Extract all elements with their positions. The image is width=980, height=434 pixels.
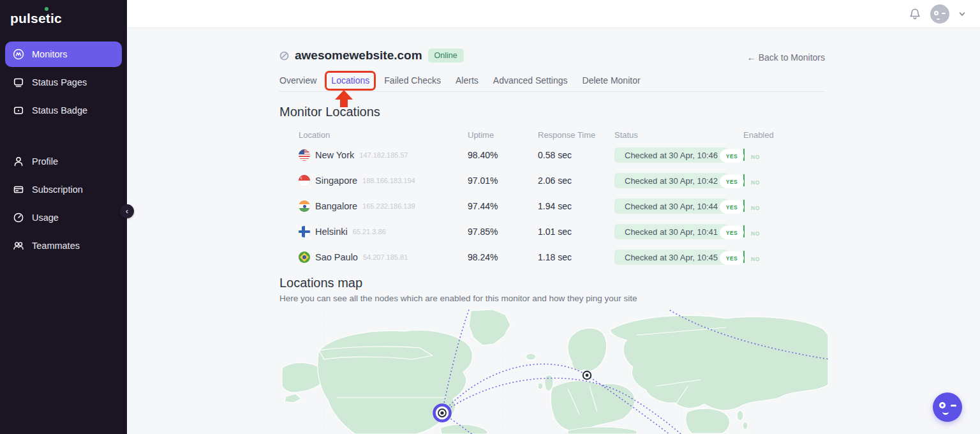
world-map <box>279 310 828 434</box>
us-flag-icon <box>299 149 310 161</box>
toggle-yes-label: YES <box>726 153 738 160</box>
sidebar: pulsetic Monitors Status Pages Status Ba… <box>0 0 127 434</box>
tab-locations[interactable]: Locations <box>331 74 369 87</box>
locations-map-title: Locations map <box>279 276 362 290</box>
checked-status-badge: Checked at 30 Apr, 10:44 <box>614 198 728 214</box>
toggle-no-label: NO <box>751 230 760 237</box>
enabled-toggle[interactable]: NO YES <box>743 200 745 212</box>
pulsetic-logo[interactable]: pulsetic <box>0 0 127 26</box>
tab-overview[interactable]: Overview <box>279 74 316 87</box>
status-pages-icon <box>13 77 24 88</box>
monitor-tabs: Overview Locations Failed Checks Alerts … <box>279 74 641 87</box>
chat-widget-button[interactable] <box>933 393 962 422</box>
tab-alerts[interactable]: Alerts <box>456 74 479 87</box>
uptime-value: 98.24% <box>468 252 538 262</box>
uptime-value: 98.40% <box>468 150 538 160</box>
enabled-toggle[interactable]: NO YES <box>743 174 745 186</box>
map-marker-helsinki[interactable] <box>583 371 591 379</box>
enabled-toggle[interactable]: NO YES <box>743 225 745 237</box>
topbar <box>127 0 980 28</box>
india-flag-icon <box>299 200 310 212</box>
col-enabled: Enabled <box>743 130 825 140</box>
city-name: Bangalore <box>315 201 357 211</box>
sidebar-item-subscription[interactable]: Subscription <box>5 177 122 202</box>
table-row-sao-paulo: Sao Paulo 54.207.185.81 98.24% 1.18 sec … <box>279 244 825 270</box>
sidebar-item-monitors[interactable]: Monitors <box>5 41 122 67</box>
response-time-value: 0.58 sec <box>538 150 614 160</box>
city-name: Helsinki <box>315 227 348 237</box>
sidebar-item-label: Usage <box>32 213 59 223</box>
toggle-yes-label: YES <box>726 179 738 185</box>
checked-status-badge: Checked at 30 Apr, 10:42 <box>614 173 728 188</box>
toggle-yes-label: YES <box>726 255 738 262</box>
logo-text: pulsetic <box>10 11 62 26</box>
city-name: Singapore <box>315 176 357 186</box>
sidebar-item-status-badge[interactable]: Status Badge <box>5 98 122 123</box>
toggle-no-label: NO <box>751 256 760 262</box>
response-time-value: 1.18 sec <box>538 252 614 262</box>
sidebar-item-status-pages[interactable]: Status Pages <box>5 70 122 95</box>
monitor-header: awesomewebsite.com Online <box>279 49 464 63</box>
sidebar-item-usage[interactable]: Usage <box>5 205 122 230</box>
table-row-new-york: New York 147.182.185.57 98.40% 0.58 sec … <box>279 142 825 168</box>
node-ip: 65.21.3.86 <box>353 228 386 236</box>
tab-locations-label: Locations <box>331 75 369 86</box>
sidebar-item-label: Profile <box>32 156 58 167</box>
response-time-value: 1.01 sec <box>538 227 614 237</box>
sidebar-item-profile[interactable]: Profile <box>5 149 122 174</box>
status-badge-online: Online <box>428 49 464 63</box>
tab-advanced-settings[interactable]: Advanced Settings <box>493 74 568 87</box>
col-uptime: Uptime <box>468 130 538 140</box>
uptime-value: 97.85% <box>468 227 538 237</box>
response-time-value: 1.94 sec <box>538 201 614 211</box>
notifications-bell-icon[interactable] <box>909 8 921 20</box>
avatar-face-icon <box>934 11 939 15</box>
tabs-divider <box>279 91 825 92</box>
sidebar-item-label: Subscription <box>32 184 83 195</box>
node-ip: 165.232.186.139 <box>362 202 415 210</box>
brazil-flag-icon <box>299 251 310 263</box>
toggle-yes-label: YES <box>726 230 738 236</box>
avatar-dash-icon <box>942 13 946 15</box>
back-to-monitors-link[interactable]: ← Back to Monitors <box>747 52 825 63</box>
enabled-toggle[interactable]: NO YES <box>743 149 745 161</box>
uptime-value: 97.01% <box>468 176 538 186</box>
sidebar-item-label: Status Badge <box>32 105 87 116</box>
sidebar-collapse-button[interactable]: ‹ <box>120 204 134 218</box>
toggle-no-label: NO <box>751 205 760 211</box>
response-time-value: 2.06 sec <box>538 176 614 186</box>
logo-green-dot-icon <box>45 7 48 11</box>
checked-status-badge: Checked at 30 Apr, 10:46 <box>614 147 728 163</box>
locations-map-subtitle: Here you can see all the nodes which are… <box>279 294 637 303</box>
status-badge-icon <box>13 105 24 116</box>
table-row-helsinki: Helsinki 65.21.3.86 97.85% 1.01 sec Chec… <box>279 219 825 244</box>
user-avatar[interactable] <box>930 4 949 24</box>
subscription-icon <box>13 184 24 195</box>
sidebar-item-label: Status Pages <box>32 77 87 87</box>
enabled-toggle[interactable]: NO YES <box>743 251 745 263</box>
monitor-locations-title: Monitor Locations <box>279 105 380 119</box>
monitor-globe-icon <box>279 51 289 61</box>
chat-dash-icon <box>951 405 956 407</box>
col-status: Status <box>614 130 743 140</box>
sidebar-item-teammates[interactable]: Teammates <box>5 233 122 258</box>
col-location: Location <box>279 130 468 140</box>
map-marker-new-york[interactable] <box>434 405 450 421</box>
table-row-singapore: Singapore 188.166.183.194 97.01% 2.06 se… <box>279 168 825 193</box>
singapore-flag-icon <box>299 175 310 186</box>
tab-delete-monitor[interactable]: Delete Monitor <box>583 74 641 87</box>
main-content: awesomewebsite.com Online ← Back to Moni… <box>127 28 980 434</box>
tab-failed-checks[interactable]: Failed Checks <box>384 74 441 87</box>
node-ip: 147.182.185.57 <box>359 151 408 159</box>
node-ip: 188.166.183.194 <box>362 177 415 184</box>
toggle-no-label: NO <box>751 154 760 160</box>
table-header-row: Location Uptime Response Time Status Ena… <box>279 127 825 142</box>
teammates-icon <box>13 240 24 251</box>
annotation-arrow-icon <box>335 90 353 108</box>
avatar-smile-icon <box>936 17 940 20</box>
account-menu-chevron-icon[interactable] <box>958 10 966 18</box>
sidebar-item-label: Teammates <box>32 241 80 251</box>
sidebar-gap <box>5 126 122 149</box>
uptime-value: 97.44% <box>468 201 538 211</box>
chat-smile-icon <box>942 412 949 415</box>
